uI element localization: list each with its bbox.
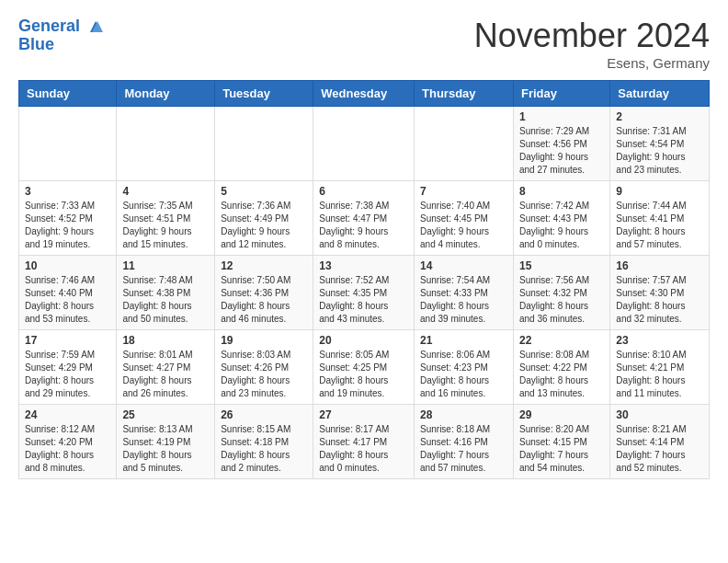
- day-number: 14: [420, 259, 507, 272]
- day-info: Sunrise: 7:29 AM Sunset: 4:56 PM Dayligh…: [519, 125, 604, 177]
- day-info: Sunrise: 8:13 AM Sunset: 4:19 PM Dayligh…: [122, 423, 209, 475]
- day-info: Sunrise: 8:01 AM Sunset: 4:27 PM Dayligh…: [122, 349, 209, 400]
- calendar-cell-2-2: 12Sunrise: 7:50 AM Sunset: 4:36 PM Dayli…: [215, 256, 313, 330]
- calendar-container: Sunday Monday Tuesday Wednesday Thursday…: [0, 80, 728, 488]
- title-block: November 2024 Esens, Germany: [474, 17, 710, 71]
- day-info: Sunrise: 8:21 AM Sunset: 4:14 PM Dayligh…: [616, 423, 703, 475]
- day-number: 20: [319, 334, 408, 347]
- day-number: 13: [319, 259, 408, 272]
- day-number: 3: [25, 185, 110, 198]
- day-number: 5: [221, 185, 307, 198]
- day-number: 8: [519, 185, 604, 198]
- day-info: Sunrise: 8:20 AM Sunset: 4:15 PM Dayligh…: [519, 423, 604, 475]
- day-number: 26: [221, 408, 307, 421]
- calendar-cell-0-4: [415, 107, 514, 181]
- calendar-cell-1-5: 8Sunrise: 7:42 AM Sunset: 4:43 PM Daylig…: [513, 181, 609, 256]
- calendar-cell-3-1: 18Sunrise: 8:01 AM Sunset: 4:27 PM Dayli…: [117, 330, 215, 405]
- day-number: 10: [25, 259, 110, 272]
- day-info: Sunrise: 8:18 AM Sunset: 4:16 PM Dayligh…: [420, 423, 507, 475]
- calendar-cell-1-1: 4Sunrise: 7:35 AM Sunset: 4:51 PM Daylig…: [117, 181, 215, 256]
- calendar-cell-0-3: [313, 107, 415, 181]
- calendar-cell-0-1: [117, 107, 215, 181]
- day-info: Sunrise: 7:42 AM Sunset: 4:43 PM Dayligh…: [519, 200, 604, 251]
- col-saturday: Saturday: [610, 81, 710, 107]
- day-info: Sunrise: 7:40 AM Sunset: 4:45 PM Dayligh…: [420, 200, 507, 251]
- calendar-cell-1-4: 7Sunrise: 7:40 AM Sunset: 4:45 PM Daylig…: [415, 181, 514, 256]
- day-number: 6: [319, 185, 408, 198]
- day-info: Sunrise: 7:59 AM Sunset: 4:29 PM Dayligh…: [25, 349, 110, 400]
- calendar-week-3: 10Sunrise: 7:46 AM Sunset: 4:40 PM Dayli…: [19, 256, 710, 330]
- day-number: 29: [519, 408, 604, 421]
- calendar-cell-4-5: 29Sunrise: 8:20 AM Sunset: 4:15 PM Dayli…: [513, 405, 609, 479]
- col-friday: Friday: [513, 81, 609, 107]
- calendar-week-1: 1Sunrise: 7:29 AM Sunset: 4:56 PM Daylig…: [19, 107, 710, 181]
- col-thursday: Thursday: [415, 81, 514, 107]
- calendar-week-2: 3Sunrise: 7:33 AM Sunset: 4:52 PM Daylig…: [19, 181, 710, 256]
- day-number: 7: [420, 185, 507, 198]
- calendar-cell-4-2: 26Sunrise: 8:15 AM Sunset: 4:18 PM Dayli…: [215, 405, 313, 479]
- day-info: Sunrise: 7:44 AM Sunset: 4:41 PM Dayligh…: [616, 200, 703, 251]
- calendar-cell-4-1: 25Sunrise: 8:13 AM Sunset: 4:19 PM Dayli…: [117, 405, 215, 479]
- day-info: Sunrise: 7:57 AM Sunset: 4:30 PM Dayligh…: [616, 274, 703, 326]
- calendar-cell-4-0: 24Sunrise: 8:12 AM Sunset: 4:20 PM Dayli…: [19, 405, 117, 479]
- logo-subtext: Blue: [18, 35, 105, 54]
- day-number: 22: [519, 334, 604, 347]
- col-sunday: Sunday: [19, 81, 117, 107]
- day-info: Sunrise: 8:05 AM Sunset: 4:25 PM Dayligh…: [319, 349, 408, 400]
- location-subtitle: Esens, Germany: [474, 55, 710, 71]
- day-number: 24: [25, 408, 110, 421]
- logo: General Blue: [18, 17, 105, 54]
- day-info: Sunrise: 8:17 AM Sunset: 4:17 PM Dayligh…: [319, 423, 408, 475]
- calendar-cell-2-0: 10Sunrise: 7:46 AM Sunset: 4:40 PM Dayli…: [19, 256, 117, 330]
- day-info: Sunrise: 7:46 AM Sunset: 4:40 PM Dayligh…: [25, 274, 110, 326]
- header-row: Sunday Monday Tuesday Wednesday Thursday…: [19, 81, 710, 107]
- day-info: Sunrise: 7:52 AM Sunset: 4:35 PM Dayligh…: [319, 274, 408, 326]
- col-wednesday: Wednesday: [313, 81, 415, 107]
- day-number: 17: [25, 334, 110, 347]
- calendar-cell-0-6: 2Sunrise: 7:31 AM Sunset: 4:54 PM Daylig…: [610, 107, 710, 181]
- day-info: Sunrise: 7:33 AM Sunset: 4:52 PM Dayligh…: [25, 200, 110, 251]
- day-number: 18: [122, 334, 209, 347]
- day-number: 27: [319, 408, 408, 421]
- day-info: Sunrise: 8:08 AM Sunset: 4:22 PM Dayligh…: [519, 349, 604, 400]
- day-info: Sunrise: 7:35 AM Sunset: 4:51 PM Dayligh…: [122, 200, 209, 251]
- calendar-body: 1Sunrise: 7:29 AM Sunset: 4:56 PM Daylig…: [19, 107, 710, 479]
- calendar-cell-1-3: 6Sunrise: 7:38 AM Sunset: 4:47 PM Daylig…: [313, 181, 415, 256]
- day-info: Sunrise: 8:10 AM Sunset: 4:21 PM Dayligh…: [616, 349, 703, 400]
- logo-icon: [86, 17, 105, 36]
- calendar-cell-4-6: 30Sunrise: 8:21 AM Sunset: 4:14 PM Dayli…: [610, 405, 710, 479]
- calendar-cell-2-1: 11Sunrise: 7:48 AM Sunset: 4:38 PM Dayli…: [117, 256, 215, 330]
- day-number: 16: [616, 259, 703, 272]
- day-info: Sunrise: 7:38 AM Sunset: 4:47 PM Dayligh…: [319, 200, 408, 251]
- calendar-cell-4-4: 28Sunrise: 8:18 AM Sunset: 4:16 PM Dayli…: [415, 405, 514, 479]
- day-info: Sunrise: 7:48 AM Sunset: 4:38 PM Dayligh…: [122, 274, 209, 326]
- calendar-cell-3-0: 17Sunrise: 7:59 AM Sunset: 4:29 PM Dayli…: [19, 330, 117, 405]
- day-number: 12: [221, 259, 307, 272]
- day-number: 9: [616, 185, 703, 198]
- calendar-cell-3-5: 22Sunrise: 8:08 AM Sunset: 4:22 PM Dayli…: [513, 330, 609, 405]
- calendar-cell-2-6: 16Sunrise: 7:57 AM Sunset: 4:30 PM Dayli…: [610, 256, 710, 330]
- day-number: 2: [616, 110, 703, 123]
- calendar-week-5: 24Sunrise: 8:12 AM Sunset: 4:20 PM Dayli…: [19, 405, 710, 479]
- calendar-cell-4-3: 27Sunrise: 8:17 AM Sunset: 4:17 PM Dayli…: [313, 405, 415, 479]
- calendar-cell-2-3: 13Sunrise: 7:52 AM Sunset: 4:35 PM Dayli…: [313, 256, 415, 330]
- calendar-week-4: 17Sunrise: 7:59 AM Sunset: 4:29 PM Dayli…: [19, 330, 710, 405]
- day-info: Sunrise: 7:54 AM Sunset: 4:33 PM Dayligh…: [420, 274, 507, 326]
- day-info: Sunrise: 8:03 AM Sunset: 4:26 PM Dayligh…: [221, 349, 307, 400]
- day-number: 25: [122, 408, 209, 421]
- calendar-cell-3-2: 19Sunrise: 8:03 AM Sunset: 4:26 PM Dayli…: [215, 330, 313, 405]
- calendar-cell-0-0: [19, 107, 117, 181]
- day-info: Sunrise: 8:15 AM Sunset: 4:18 PM Dayligh…: [221, 423, 307, 475]
- day-info: Sunrise: 7:50 AM Sunset: 4:36 PM Dayligh…: [221, 274, 307, 326]
- day-number: 4: [122, 185, 209, 198]
- day-info: Sunrise: 7:31 AM Sunset: 4:54 PM Dayligh…: [616, 125, 703, 177]
- day-info: Sunrise: 8:06 AM Sunset: 4:23 PM Dayligh…: [420, 349, 507, 400]
- calendar-cell-0-5: 1Sunrise: 7:29 AM Sunset: 4:56 PM Daylig…: [513, 107, 609, 181]
- month-title: November 2024: [474, 17, 710, 55]
- calendar-cell-0-2: [215, 107, 313, 181]
- day-number: 11: [122, 259, 209, 272]
- day-info: Sunrise: 7:56 AM Sunset: 4:32 PM Dayligh…: [519, 274, 604, 326]
- calendar-cell-2-4: 14Sunrise: 7:54 AM Sunset: 4:33 PM Dayli…: [415, 256, 514, 330]
- day-number: 21: [420, 334, 507, 347]
- calendar-header: Sunday Monday Tuesday Wednesday Thursday…: [19, 81, 710, 107]
